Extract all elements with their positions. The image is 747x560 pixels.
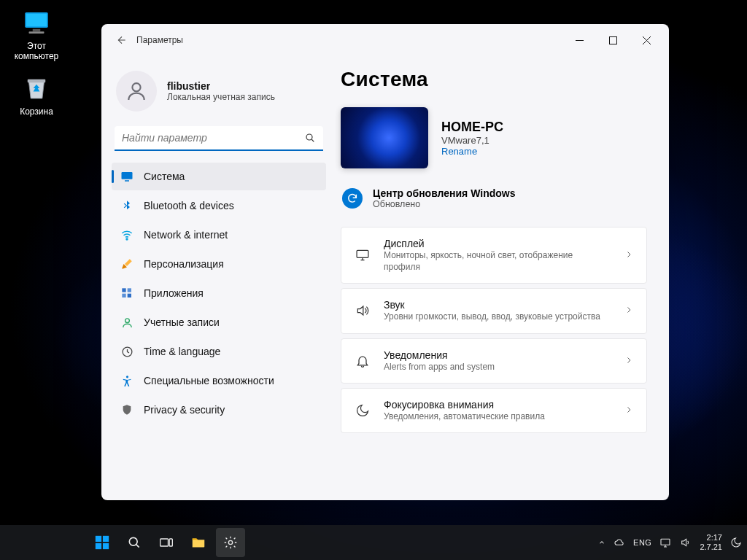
nav-item-personalization[interactable]: Персонализация — [112, 250, 326, 278]
user-block[interactable]: flibustier Локальная учетная запись — [112, 66, 326, 125]
nav-label: Bluetooth & devices — [144, 200, 234, 211]
card-title: Дисплей — [384, 238, 611, 249]
svg-rect-12 — [128, 288, 131, 292]
chevron-right-icon — [624, 354, 633, 368]
nav-item-system[interactable]: Система — [112, 163, 326, 190]
svg-point-10 — [126, 238, 128, 240]
minimize-button[interactable] — [562, 28, 596, 52]
task-view-button[interactable] — [152, 528, 181, 557]
chevron-right-icon — [624, 304, 633, 317]
card-subtitle: Alerts from apps and system — [384, 361, 611, 373]
network-tray-icon[interactable] — [659, 536, 672, 549]
volume-tray-icon[interactable] — [679, 536, 692, 549]
onedrive-icon[interactable] — [613, 536, 626, 549]
nav: Система Bluetooth & devices Network & in… — [112, 163, 326, 424]
svg-point-17 — [125, 376, 128, 378]
card-subtitle: Мониторы, яркость, ночной свет, отображе… — [384, 249, 611, 273]
pc-thumbnail — [341, 107, 428, 168]
svg-point-15 — [125, 318, 129, 322]
nav-label: Система — [144, 171, 185, 182]
svg-point-23 — [129, 537, 137, 545]
user-name: flibustier — [167, 80, 275, 92]
card-focus-assist[interactable]: Фокусировка внимания Уведомления, автома… — [341, 388, 647, 433]
date: 2.7.21 — [700, 542, 722, 552]
network-icon — [120, 228, 133, 241]
close-button[interactable] — [630, 28, 663, 52]
svg-point-6 — [132, 83, 140, 91]
user-account-type: Локальная учетная запись — [167, 92, 275, 102]
svg-rect-18 — [357, 251, 368, 258]
settings-taskbar-button[interactable] — [216, 528, 245, 557]
svg-rect-20 — [103, 536, 109, 542]
content: Система HOME-PC VMware7,1 Rename Центр о… — [333, 56, 669, 500]
svg-rect-19 — [96, 536, 101, 542]
svg-rect-9 — [125, 180, 129, 182]
search-box[interactable] — [115, 126, 323, 151]
language-indicator[interactable]: ENG — [633, 538, 651, 547]
search-input[interactable] — [115, 126, 323, 151]
pc-info: HOME-PC VMware7,1 Rename — [341, 107, 647, 168]
nav-label: Time & language — [144, 346, 220, 357]
file-explorer-button[interactable] — [184, 528, 213, 557]
card-notifications[interactable]: Уведомления Alerts from apps and system — [341, 338, 647, 384]
nav-label: Специальные возможности — [144, 375, 274, 386]
nav-item-accounts[interactable]: Учетные записи — [112, 308, 326, 336]
notifications-tray-icon[interactable] — [729, 536, 743, 549]
this-pc-icon — [21, 7, 52, 38]
card-sound[interactable]: Звук Уровни громкости, вывод, ввод, звук… — [341, 288, 647, 333]
time-icon — [120, 345, 133, 358]
desktop-icon-this-pc[interactable]: Этот компьютер — [7, 7, 66, 61]
maximize-button[interactable] — [596, 28, 630, 52]
privacy-icon — [120, 403, 133, 416]
svg-rect-4 — [28, 79, 46, 82]
desktop-icon-recycle-bin[interactable]: Корзина — [7, 73, 66, 117]
accounts-icon — [120, 316, 133, 329]
apps-icon — [120, 287, 133, 300]
notifications-icon — [355, 354, 371, 368]
card-subtitle: Уровни громкости, вывод, ввод, звуковые … — [384, 311, 611, 322]
desktop-icon-label: Этот компьютер — [7, 41, 66, 61]
svg-rect-5 — [609, 36, 616, 44]
nav-item-apps[interactable]: Приложения — [112, 279, 326, 307]
avatar — [116, 71, 157, 112]
svg-rect-3 — [29, 31, 44, 34]
time: 2:17 — [700, 533, 722, 542]
svg-rect-24 — [160, 539, 169, 546]
nav-item-accessibility[interactable]: Специальные возможности — [112, 367, 326, 394]
tray-overflow-button[interactable] — [598, 539, 605, 546]
svg-point-7 — [306, 134, 312, 140]
card-display[interactable]: Дисплей Мониторы, яркость, ночной свет, … — [341, 227, 647, 284]
accessibility-icon — [120, 374, 133, 387]
svg-rect-25 — [169, 539, 172, 546]
svg-rect-21 — [96, 543, 101, 549]
nav-label: Персонализация — [144, 258, 224, 270]
svg-rect-13 — [122, 294, 125, 298]
svg-rect-8 — [122, 172, 133, 179]
search-icon — [304, 132, 316, 147]
nav-label: Приложения — [144, 287, 204, 299]
display-icon — [355, 248, 371, 262]
desktop-icon-label: Корзина — [7, 106, 66, 117]
window-title: Параметры — [136, 35, 183, 45]
taskbar: ENG 2:17 2.7.21 — [0, 525, 747, 560]
windows-update-icon — [342, 188, 363, 209]
windows-update-row[interactable]: Центр обновления Windows Обновлено — [341, 176, 647, 227]
chevron-right-icon — [624, 404, 633, 417]
nav-item-network[interactable]: Network & internet — [112, 221, 326, 249]
nav-item-privacy[interactable]: Privacy & security — [112, 396, 326, 424]
settings-window: Параметры flibustier Локальная учетная з… — [101, 24, 669, 500]
taskbar-search-button[interactable] — [120, 528, 149, 557]
personalization-icon — [120, 257, 133, 271]
pc-name: HOME-PC — [441, 120, 503, 135]
titlebar: Параметры — [101, 24, 669, 56]
nav-label: Privacy & security — [144, 404, 225, 416]
clock[interactable]: 2:17 2.7.21 — [700, 533, 722, 551]
rename-link[interactable]: Rename — [441, 146, 503, 157]
card-title: Звук — [384, 299, 611, 311]
back-button[interactable] — [112, 30, 132, 50]
nav-item-bluetooth[interactable]: Bluetooth & devices — [112, 192, 326, 219]
nav-item-time-language[interactable]: Time & language — [112, 338, 326, 365]
svg-rect-14 — [128, 294, 131, 298]
svg-rect-2 — [33, 29, 41, 32]
start-button[interactable] — [88, 528, 117, 557]
